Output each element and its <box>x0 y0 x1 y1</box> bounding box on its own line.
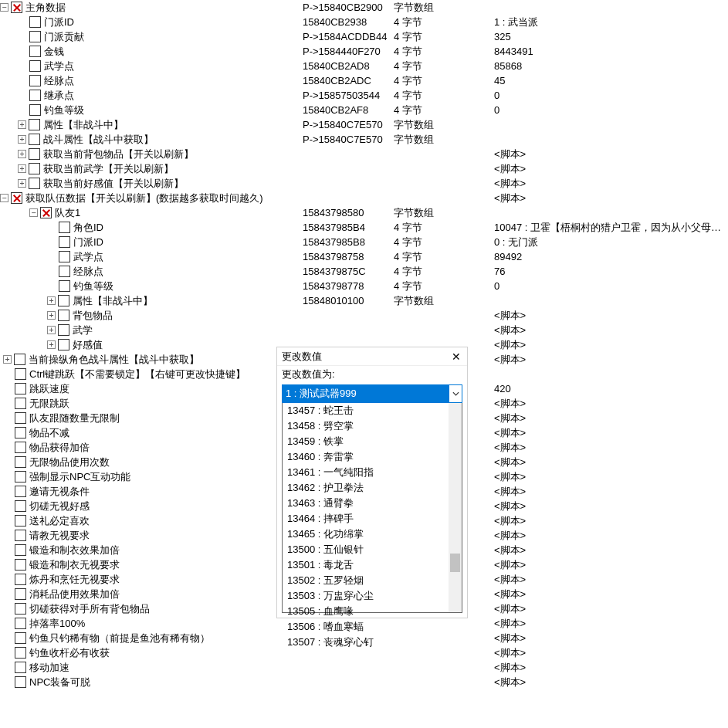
expand-icon[interactable]: + <box>47 326 56 334</box>
value-cell[interactable]: <脚本> <box>494 441 728 455</box>
value-cell[interactable]: <脚本> <box>494 426 728 440</box>
checkbox[interactable] <box>15 603 26 615</box>
value-cell[interactable]: 1 : 武当派 <box>494 15 728 29</box>
table-row[interactable]: +武学<脚本> <box>0 323 728 337</box>
value-cell[interactable]: <脚本> <box>494 411 728 425</box>
expand-icon[interactable]: + <box>3 355 12 364</box>
value-cell[interactable]: <脚本> <box>494 514 728 528</box>
value-cell[interactable]: <脚本> <box>494 631 728 645</box>
table-row[interactable]: 角色ID158437985B44 字节10047 : 卫霍【梧桐村的猎户卫霍，因… <box>0 220 728 235</box>
table-row[interactable]: −队友115843798580字节数组 <box>0 205 728 220</box>
table-row[interactable]: +属性【非战斗中】15848010100字节数组 <box>0 293 728 308</box>
value-cell[interactable]: <脚本> <box>494 602 728 616</box>
value-cell[interactable]: <脚本> <box>494 499 728 513</box>
checkbox[interactable] <box>59 251 70 262</box>
value-cell[interactable]: <脚本> <box>494 485 728 499</box>
table-row[interactable]: 门派ID158437985B84 字节0 : 无门派 <box>0 235 728 249</box>
checkbox[interactable] <box>15 530 26 541</box>
dropdown-selected[interactable]: 1 : 测试武器999 <box>282 384 449 403</box>
table-row[interactable]: 金钱P->1584440F2704 字节8443491 <box>0 44 728 59</box>
table-row[interactable]: +背包物品<脚本> <box>0 308 728 323</box>
expand-icon[interactable]: + <box>47 340 56 349</box>
table-row[interactable]: 武学点158437987584 字节89492 <box>0 249 728 264</box>
table-row[interactable]: 经脉点15840CB2ADC4 字节45 <box>0 73 728 88</box>
scrollbar[interactable] <box>449 403 462 612</box>
table-row[interactable]: +获取当前背包物品【开关以刷新】<脚本> <box>0 147 728 161</box>
checkbox[interactable] <box>29 104 41 116</box>
checkbox[interactable] <box>11 2 22 13</box>
table-row[interactable]: 经脉点1584379875C4 字节76 <box>0 264 728 279</box>
dropdown-item[interactable]: 13457 : 蛇王击 <box>283 403 462 418</box>
checkbox[interactable] <box>15 398 26 409</box>
checkbox[interactable] <box>15 515 26 527</box>
checkbox[interactable] <box>15 647 26 659</box>
value-cell[interactable]: <脚本> <box>494 397 728 411</box>
checkbox[interactable] <box>29 178 40 189</box>
dropdown-item[interactable]: 13507 : 丧魂穿心钉 <box>283 635 462 650</box>
checkbox[interactable] <box>59 236 70 248</box>
chevron-down-icon[interactable] <box>449 384 462 403</box>
dropdown-item[interactable]: 13461 : 一气纯阳指 <box>283 465 462 480</box>
scrollbar-thumb[interactable] <box>450 554 460 572</box>
checkbox[interactable] <box>15 676 26 688</box>
expand-icon[interactable]: + <box>18 164 26 173</box>
checkbox[interactable] <box>15 368 26 380</box>
expand-icon[interactable]: + <box>18 135 26 144</box>
checkbox[interactable] <box>29 60 41 72</box>
checkbox[interactable] <box>58 324 69 336</box>
dropdown-list[interactable]: 13457 : 蛇王击13458 : 劈空掌13459 : 铁掌13460 : … <box>282 403 462 613</box>
dropdown-item[interactable]: 13506 : 嗜血寒蝠 <box>283 619 462 635</box>
checkbox[interactable] <box>58 295 69 306</box>
table-row[interactable]: NPC装备可脱<脚本> <box>0 675 728 689</box>
collapse-icon[interactable]: − <box>29 208 38 217</box>
value-cell[interactable]: <脚本> <box>494 661 728 675</box>
dropdown-item[interactable]: 13459 : 铁掌 <box>283 434 462 449</box>
dropdown-item[interactable]: 13462 : 护卫拳法 <box>283 480 462 496</box>
dropdown-item[interactable]: 13463 : 通臂拳 <box>283 496 462 511</box>
dropdown-item[interactable]: 13505 : 血鹰喙 <box>283 604 462 619</box>
value-cell[interactable]: 76 <box>494 266 728 277</box>
value-cell[interactable]: <脚本> <box>494 323 728 337</box>
checkbox[interactable] <box>15 618 26 629</box>
checkbox[interactable] <box>15 662 26 673</box>
checkbox[interactable] <box>15 471 26 483</box>
value-cell[interactable]: <脚本> <box>494 309 728 323</box>
checkbox[interactable] <box>15 412 26 424</box>
value-cell[interactable]: <脚本> <box>494 573 728 587</box>
value-cell[interactable]: 10047 : 卫霍【梧桐村的猎户卫霍，因为从小父母双亡, <box>494 221 728 235</box>
checkbox[interactable] <box>29 163 40 174</box>
collapse-icon[interactable]: − <box>0 194 8 202</box>
value-cell[interactable]: <脚本> <box>494 353 728 367</box>
value-cell[interactable]: <脚本> <box>494 162 728 176</box>
checkbox[interactable] <box>59 280 70 292</box>
value-cell[interactable]: <脚本> <box>494 338 728 352</box>
table-row[interactable]: 门派ID15840CB29384 字节1 : 武当派 <box>0 15 728 29</box>
value-cell[interactable]: 420 <box>494 383 728 394</box>
value-cell[interactable]: <脚本> <box>494 191 728 205</box>
table-row[interactable]: −获取队伍数据【开关以刷新】(数据越多获取时间越久)<脚本> <box>0 191 728 205</box>
value-cell[interactable]: <脚本> <box>494 543 728 557</box>
value-cell[interactable]: 45 <box>494 75 728 86</box>
checkbox[interactable] <box>15 442 26 453</box>
table-row[interactable]: +战斗属性【战斗中获取】P->15840C7E570字节数组 <box>0 132 728 147</box>
value-cell[interactable]: <脚本> <box>494 177 728 191</box>
table-row[interactable]: 门派贡献P->1584ACDDB444 字节325 <box>0 29 728 44</box>
value-cell[interactable]: 8443491 <box>494 46 728 57</box>
dropdown-item[interactable]: 13464 : 摔碑手 <box>283 511 462 527</box>
value-cell[interactable]: 0 <box>494 104 728 116</box>
checkbox[interactable] <box>15 559 26 571</box>
checkbox[interactable] <box>15 500 26 512</box>
dropdown-item[interactable]: 13465 : 化功绵掌 <box>283 527 462 542</box>
collapse-icon[interactable]: − <box>0 3 8 12</box>
expand-icon[interactable]: + <box>47 296 56 305</box>
checkbox[interactable] <box>15 427 26 438</box>
checkbox[interactable] <box>29 75 41 86</box>
checkbox[interactable] <box>40 207 52 218</box>
dropdown-item[interactable]: 13460 : 奔雷掌 <box>283 449 462 465</box>
checkbox[interactable] <box>29 46 41 57</box>
table-row[interactable]: +获取当前武学【开关以刷新】<脚本> <box>0 161 728 176</box>
checkbox[interactable] <box>14 354 25 365</box>
value-cell[interactable]: <脚本> <box>494 455 728 469</box>
checkbox[interactable] <box>15 632 26 644</box>
checkbox[interactable] <box>15 574 26 585</box>
